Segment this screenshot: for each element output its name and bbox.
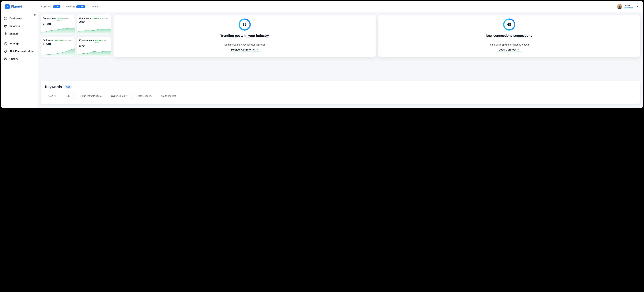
chevron-down-icon: [636, 5, 639, 8]
nav-creators-label: Creators: [91, 5, 100, 8]
nav-keywords[interactable]: Keywords 6 / 10: [41, 5, 60, 8]
sidebar-item-label: AI & Personalization: [10, 50, 34, 53]
keyword-chip[interactable]: Data Security: [134, 93, 155, 99]
sidebar-item-history[interactable]: History: [1, 55, 38, 63]
collapse-sidebar-icon[interactable]: [34, 14, 36, 17]
stat-card-engagements[interactable]: Engagements +84.8%vs last month 672: [77, 37, 111, 57]
grid-icon: [4, 17, 7, 20]
stat-card-comments[interactable]: Comments +90.8%vs last month 240: [77, 15, 111, 35]
target-icon: [4, 24, 7, 28]
brand-logo[interactable]: FlareAI: [5, 4, 22, 9]
card-connection-suggestions: 48 New connections suggestions Found whi…: [378, 15, 640, 57]
stat-value: 672: [79, 44, 109, 48]
svg-rect-2: [6, 17, 7, 18]
history-icon: [4, 57, 7, 61]
keyword-chip[interactable]: Go to market: [158, 93, 179, 99]
stat-value: 240: [79, 20, 109, 24]
suggestions-count: 48: [504, 20, 514, 29]
trending-subtitle: Comments are ready for your approval: [224, 43, 265, 46]
avatar: [617, 4, 622, 9]
cta-label: Let's Connect: [499, 48, 516, 51]
user-texts: Travis Enterprise: [624, 4, 633, 9]
sidebar-item-label: History: [10, 57, 18, 60]
sidebar-item-discover[interactable]: Discover: [1, 22, 38, 30]
stat-title: Comments: [79, 17, 91, 19]
sidebar: Dashboard Discover Engage Settings: [1, 12, 38, 108]
keywords-panel: Keywords 6/10 Gen AI LLM Cloud Infrastru…: [40, 81, 640, 104]
keyword-chip[interactable]: Cyber Security: [108, 93, 131, 99]
nav-keywords-badge: 6 / 10: [53, 5, 60, 8]
sidebar-item-engage[interactable]: Engage: [1, 30, 38, 38]
svg-point-7: [6, 26, 6, 26]
svg-point-8: [5, 43, 6, 44]
stat-delta: +84.8%vs last month: [95, 39, 109, 44]
arrow-icon: [256, 48, 258, 51]
sidebar-item-ai[interactable]: AI & Personalization: [1, 47, 38, 55]
cta-label: Review Comments: [231, 48, 255, 51]
sidebar-item-dashboard[interactable]: Dashboard: [1, 15, 38, 22]
lets-connect-button[interactable]: Let's Connect: [499, 48, 519, 52]
svg-rect-1: [4, 17, 5, 18]
nav-tracking[interactable]: Tracking 43 / 150: [66, 5, 86, 8]
sparkline-icon: [77, 48, 111, 56]
sparkline-icon: [41, 26, 74, 34]
sparkle-icon: [5, 4, 10, 9]
suggestions-title: New connections suggestions: [486, 34, 532, 38]
sidebar-item-label: Discover: [10, 25, 20, 28]
review-comments-button[interactable]: Review Comments: [231, 48, 258, 52]
sidebar-item-label: Settings: [10, 42, 19, 45]
nav-creators[interactable]: Creators: [91, 5, 100, 8]
app-header: FlareAI Keywords 6 / 10 Tracking 43 / 15…: [1, 1, 643, 12]
bolt-icon: [4, 32, 7, 35]
svg-point-9: [4, 50, 7, 52]
keyword-chip[interactable]: LLM: [62, 93, 74, 99]
keyword-chip[interactable]: Cloud Infrastructure: [76, 93, 105, 99]
suggestions-subtitle: Found while spying on industry leaders: [489, 43, 530, 46]
stat-value: 2,038: [43, 22, 72, 26]
main-content: Connections +68.8%vs last month 2,038: [38, 12, 643, 108]
card-trending-posts: 35 Trending posts in your industry Comme…: [114, 15, 376, 57]
stat-card-followers[interactable]: Followers +101.8%vs last month 1,738: [40, 37, 75, 57]
user-menu[interactable]: Travis Enterprise: [617, 4, 639, 9]
user-plan: Enterprise: [624, 7, 633, 9]
keywords-title: Keywords: [45, 85, 62, 89]
user-name: Travis: [624, 4, 633, 7]
top-nav: Keywords 6 / 10 Tracking 43 / 150 Creato…: [41, 5, 100, 8]
arrow-icon: [517, 48, 520, 51]
sparkline-icon: [77, 26, 111, 34]
brand-name: FlareAI: [11, 5, 22, 8]
stat-title: Engagements: [79, 39, 94, 41]
nav-keywords-label: Keywords: [41, 5, 52, 8]
sidebar-item-label: Dashboard: [10, 17, 22, 20]
stat-delta: +68.8%vs last month: [57, 17, 72, 21]
cpu-icon: [4, 49, 7, 53]
keyword-chip[interactable]: Gen AI: [45, 93, 60, 99]
svg-rect-3: [4, 19, 5, 20]
progress-ring-icon: 48: [503, 18, 515, 30]
trending-count: 35: [240, 20, 250, 29]
stat-title: Connections: [43, 17, 56, 19]
sidebar-divider: [1, 39, 38, 39]
stat-delta: +90.8%vs last month: [92, 17, 109, 19]
nav-tracking-badge: 43 / 150: [76, 5, 86, 8]
nav-tracking-label: Tracking: [66, 5, 75, 8]
stat-value: 1,738: [43, 42, 72, 46]
sidebar-item-settings[interactable]: Settings: [1, 40, 38, 47]
sidebar-item-label: Engage: [10, 32, 18, 35]
keywords-count-pill: 6/10: [64, 85, 72, 89]
progress-ring-icon: 35: [239, 18, 251, 30]
gear-icon: [4, 42, 7, 45]
trending-title: Trending posts in your industry: [220, 34, 269, 38]
sparkline-icon: [41, 48, 74, 56]
keyword-chips: Gen AI LLM Cloud Infrastructure Cyber Se…: [45, 93, 636, 99]
stat-title: Followers: [43, 39, 53, 41]
svg-rect-4: [6, 19, 7, 20]
stat-delta: +101.8%vs last month: [55, 39, 73, 41]
stat-card-connections[interactable]: Connections +68.8%vs last month 2,038: [40, 15, 75, 35]
